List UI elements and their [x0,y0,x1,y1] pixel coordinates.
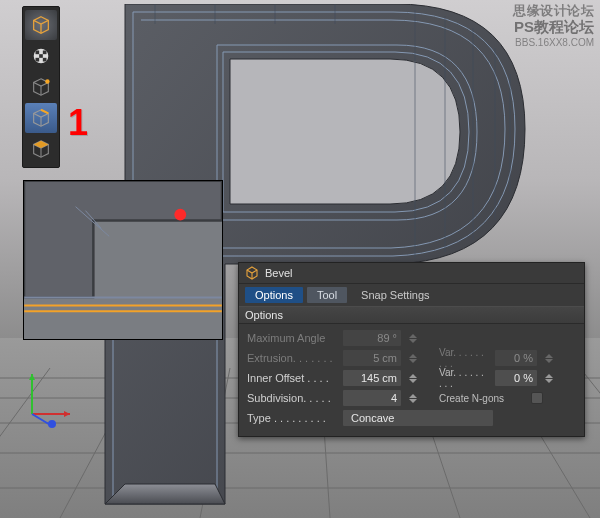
svg-line-34 [41,110,48,114]
svg-rect-29 [43,51,47,55]
edges-mode-button[interactable] [25,103,57,133]
row-extrusion: Extrusion. . . . . . . 5 cm Var. . . . .… [247,348,576,368]
svg-marker-24 [29,374,35,380]
extrusion-field[interactable]: 5 cm [343,350,401,366]
inner-offset-var-label: Var. . . . . . . . . [439,367,489,389]
type-label: Type . . . . . . . . . [247,412,337,424]
points-mode-button[interactable] [25,72,57,102]
extrusion-spinner[interactable] [409,350,419,366]
max-angle-field[interactable]: 89 ° [343,330,401,346]
section-options-header: Options [239,306,584,324]
svg-point-33 [45,79,49,83]
extrusion-label: Extrusion. . . . . . . [247,352,337,364]
inner-offset-label: Inner Offset . . . . [247,372,337,384]
tabs: Options Tool Snap Settings [239,284,584,306]
subdivision-field[interactable]: 4 [343,390,401,406]
model-mode-button[interactable] [25,10,57,40]
subdivision-label: Subdivision. . . . . [247,392,337,404]
svg-rect-30 [39,54,43,58]
max-angle-spinner[interactable] [409,330,419,346]
tab-options[interactable]: Options [245,287,303,303]
row-max-angle: Maximum Angle 89 ° [247,328,576,348]
svg-rect-32 [43,58,47,62]
row-inner-offset: Inner Offset . . . . 145 cm Var. . . . .… [247,368,576,388]
texture-mode-button[interactable] [25,41,57,71]
panel-title: Bevel [265,267,293,279]
row-subdivision: Subdivision. . . . . 4 Create N-gons [247,388,576,408]
create-ngons-checkbox[interactable] [531,392,543,404]
tab-tool[interactable]: Tool [307,287,347,303]
svg-marker-22 [64,411,70,417]
annotation-1: 1 [68,102,88,144]
watermark: 思缘设计论坛 PS教程论坛 BBS.16XX8.COM [513,2,594,48]
extrusion-var-spinner[interactable] [545,350,555,366]
polygons-mode-button[interactable] [25,134,57,164]
bevel-icon [245,266,259,280]
extrusion-var-field[interactable]: 0 % [495,350,537,366]
type-dropdown[interactable]: Concave [343,410,493,426]
inner-offset-field[interactable]: 145 cm [343,370,401,386]
svg-rect-28 [36,51,40,55]
inner-offset-var-spinner[interactable] [545,370,555,386]
create-ngons-label: Create N-gons [439,393,521,404]
mode-toolbar [22,6,60,168]
extrusion-var-label: Var. . . . . . . . . [439,347,489,369]
subdivision-spinner[interactable] [409,390,419,406]
watermark-line2: PS教程论坛 [513,18,594,37]
row-type: Type . . . . . . . . . Concave [247,408,576,428]
panel-title-bar: Bevel [239,263,584,284]
axis-gizmo[interactable] [18,368,78,428]
tab-snap-settings[interactable]: Snap Settings [351,287,440,303]
svg-point-36 [174,209,186,221]
watermark-line3: BBS.16XX8.COM [513,37,594,48]
inner-offset-spinner[interactable] [409,370,419,386]
max-angle-label: Maximum Angle [247,332,337,344]
svg-point-26 [48,420,56,428]
inner-offset-var-field[interactable]: 0 % [495,370,537,386]
options-rows: Maximum Angle 89 ° Extrusion. . . . . . … [239,324,584,436]
inset-detail [23,180,223,340]
svg-rect-31 [36,58,40,62]
bevel-panel: Bevel Options Tool Snap Settings Options… [238,262,585,437]
